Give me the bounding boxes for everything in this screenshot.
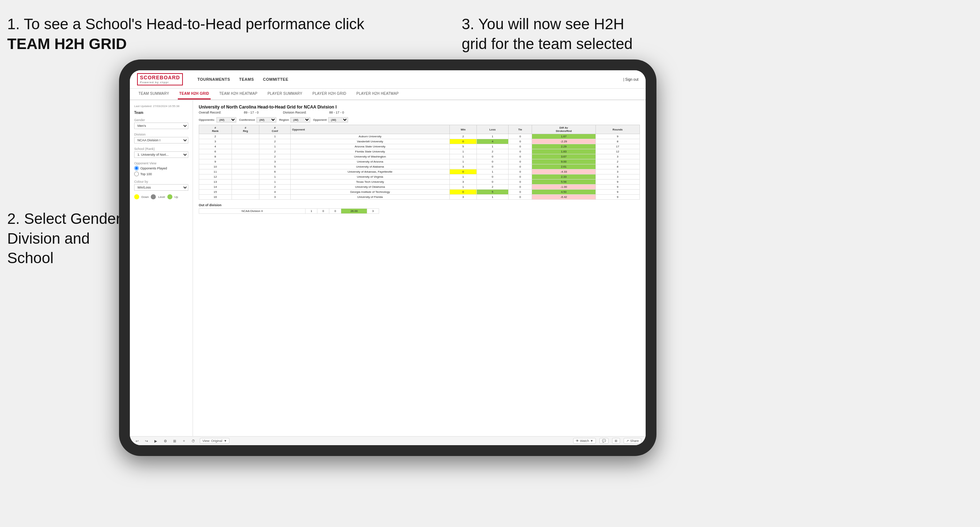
- cell-tie: 0: [508, 139, 532, 144]
- view-original-button[interactable]: View: Original ▼: [200, 438, 229, 444]
- cell-opponent: University of Florida: [290, 195, 449, 200]
- cell-conf: 1: [259, 144, 290, 149]
- out-cell-diff: 26.00: [341, 209, 367, 214]
- cell-reg: [232, 170, 259, 175]
- cell-rank: 9: [199, 159, 232, 164]
- cell-reg: [232, 190, 259, 195]
- forward-icon[interactable]: ▶: [153, 438, 159, 444]
- region-filter-select[interactable]: (All): [290, 117, 310, 122]
- comment-button[interactable]: 💬: [600, 438, 608, 444]
- watch-dropdown-icon: ▼: [590, 439, 593, 443]
- nav-tournaments[interactable]: TOURNAMENTS: [197, 77, 230, 81]
- cell-tie: 0: [508, 159, 532, 164]
- legend-up-label: Up: [175, 195, 178, 198]
- main-content: Last Updated: 27/03/2024 16:55:38 Team G…: [130, 100, 646, 436]
- redo-icon[interactable]: ↪: [143, 438, 150, 444]
- share-button[interactable]: ↗ Share: [624, 438, 641, 444]
- cell-diff: -2.29: [532, 139, 595, 144]
- cell-win: 3: [449, 179, 476, 184]
- out-table-body: NCAA Division II 1 0 0 26.00 3: [199, 209, 379, 214]
- cell-rank: 11: [199, 170, 232, 175]
- annotation-1-bold: TEAM H2H GRID: [7, 35, 127, 52]
- cell-rank: 8: [199, 154, 232, 159]
- tab-player-h2h-grid[interactable]: PLAYER H2H GRID: [311, 89, 348, 100]
- view-dropdown-icon: ▼: [224, 439, 227, 443]
- opponent-view-label: Opponent View: [134, 162, 188, 165]
- out-cell-division: NCAA Division II: [199, 209, 305, 214]
- cell-rounds: 3: [595, 175, 640, 179]
- nav-teams[interactable]: TEAMS: [239, 77, 254, 81]
- radio-opponents-played[interactable]: Opponents Played: [134, 166, 188, 170]
- filter-opponents: Opponents: (All): [199, 117, 236, 122]
- table-row: 8 2 University of Washington 1 0 0 3.67 …: [199, 154, 640, 159]
- cell-reg: [232, 184, 259, 190]
- table-row: 9 3 University of Arizona 1 0 0 9.00 2: [199, 159, 640, 164]
- cell-opponent: Texas Tech University: [290, 179, 449, 184]
- legend-up-dot: [167, 194, 172, 199]
- cell-rank: 14: [199, 184, 232, 190]
- h2h-table: #Rank #Reg #Conf Opponent Win Loss Tie D…: [199, 125, 640, 200]
- cell-rounds: 9: [595, 195, 640, 200]
- tab-player-summary[interactable]: PLAYER SUMMARY: [266, 89, 304, 100]
- table-header: #Rank #Reg #Conf Opponent Win Loss Tie D…: [199, 125, 640, 134]
- nav-committee[interactable]: COMMITTEE: [263, 77, 288, 81]
- sub-nav: TEAM SUMMARY TEAM H2H GRID TEAM H2H HEAT…: [130, 89, 646, 100]
- opponents-filter-select[interactable]: (All): [216, 117, 236, 122]
- tab-player-h2h-heatmap[interactable]: PLAYER H2H HEATMAP: [355, 89, 400, 100]
- cell-reg: [232, 195, 259, 200]
- filter-region-label: Region: [279, 118, 289, 121]
- plus-icon[interactable]: ＋: [181, 438, 187, 444]
- radio-top100[interactable]: Top 100: [134, 171, 188, 176]
- cell-win: 1: [449, 184, 476, 190]
- grid-icon[interactable]: ⊞: [172, 438, 177, 444]
- cell-reg: [232, 175, 259, 179]
- cell-conf: 4: [259, 190, 290, 195]
- cell-diff: -6.42: [532, 195, 595, 200]
- tab-team-summary[interactable]: TEAM SUMMARY: [137, 89, 170, 100]
- cell-diff: 1.83: [532, 149, 595, 154]
- table-row: 11 6 University of Arkansas, Fayettevill…: [199, 170, 640, 175]
- cell-rank: 2: [199, 134, 232, 139]
- cell-diff: 9.00: [532, 159, 595, 164]
- table-row: 12 1 University of Virginia 1 0 0 2.33 3: [199, 175, 640, 179]
- cell-win: 1: [449, 175, 476, 179]
- col-win: Win: [449, 125, 476, 134]
- conference-filter-select[interactable]: (All): [256, 117, 276, 122]
- cell-tie: 0: [508, 170, 532, 175]
- cell-diff: 2.61: [532, 164, 595, 170]
- cell-rank: 10: [199, 164, 232, 170]
- cell-diff: 2.33: [532, 175, 595, 179]
- division-record: 88 - 17 - 0: [329, 111, 344, 114]
- cell-conf: 2: [259, 139, 290, 144]
- division-select[interactable]: NCAA Division I: [134, 137, 188, 143]
- sidebar-school-section: School (Rank) 1. University of Nort...: [134, 147, 188, 158]
- tab-team-h2h-grid[interactable]: TEAM H2H GRID: [178, 89, 211, 100]
- cell-rounds: 9: [595, 179, 640, 184]
- table-row: 15 4 Georgia Institute of Technology 0 5…: [199, 190, 640, 195]
- undo-icon[interactable]: ↩: [134, 438, 140, 444]
- sidebar-gender-label: Gender: [134, 118, 188, 122]
- sign-out[interactable]: | Sign out: [623, 78, 638, 81]
- opponent-filter-select[interactable]: (All): [328, 117, 348, 122]
- sidebar-division-label: Division: [134, 133, 188, 136]
- sidebar-school-label: School (Rank): [134, 147, 188, 151]
- nav-links: TOURNAMENTS TEAMS COMMITTEE: [197, 77, 288, 81]
- cell-win: 2: [449, 134, 476, 139]
- out-cell-tie: 0: [329, 209, 341, 214]
- colour-select[interactable]: Win/Loss: [134, 184, 188, 191]
- share-icon: ↗: [626, 439, 629, 443]
- settings-icon[interactable]: ⚙: [162, 438, 168, 444]
- clock-icon[interactable]: ⏱: [191, 438, 196, 444]
- school-select[interactable]: 1. University of Nort...: [134, 151, 188, 158]
- col-rounds: Rounds: [595, 125, 640, 134]
- cell-reg: [232, 164, 259, 170]
- cell-conf: 6: [259, 170, 290, 175]
- present-button[interactable]: ⊞: [612, 438, 620, 444]
- watch-button[interactable]: 👁 Watch ▼: [573, 438, 596, 444]
- sidebar-team-label: Team: [134, 111, 188, 114]
- cell-loss: 1: [477, 134, 509, 139]
- tab-team-h2h-heatmap[interactable]: TEAM H2H HEATMAP: [218, 89, 259, 100]
- cell-win: 1: [449, 149, 476, 154]
- cell-conf: 1: [259, 179, 290, 184]
- gender-select[interactable]: Men's: [134, 122, 188, 129]
